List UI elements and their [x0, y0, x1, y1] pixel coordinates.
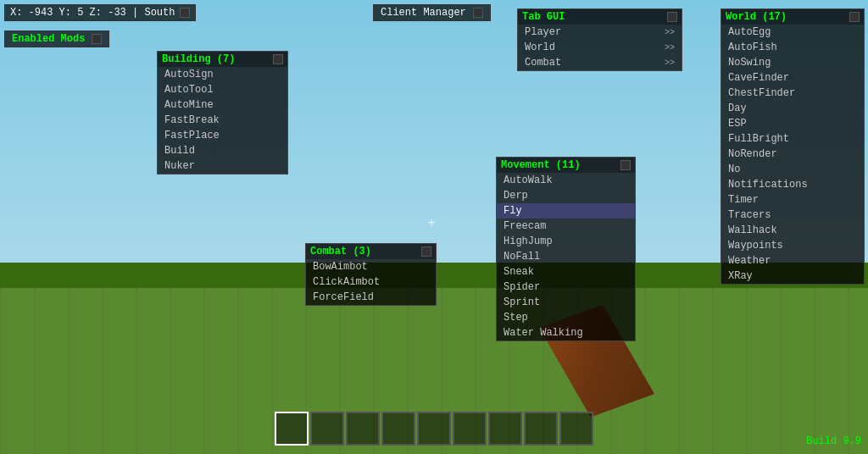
- combat-item-bowaimbot[interactable]: BowAimbot: [306, 259, 436, 274]
- building-window-title: Building (7): [162, 53, 235, 65]
- enabled-mods-bar[interactable]: Enabled Mods: [4, 30, 109, 47]
- building-item-autosign[interactable]: AutoSign: [158, 67, 287, 82]
- hotbar-slot-3[interactable]: [381, 412, 415, 446]
- combat-window-close[interactable]: [421, 246, 431, 257]
- movement-window-close[interactable]: [620, 160, 631, 170]
- combat-window-header: Combat (3): [306, 244, 436, 259]
- world-item-chestfinder[interactable]: ChestFinder: [721, 86, 864, 101]
- movement-item-highjump[interactable]: HighJump: [497, 234, 635, 249]
- build-version: Build 9.9: [806, 435, 861, 447]
- coordinates-text: X: -943 Y: 5 Z: -33 | South: [10, 7, 175, 19]
- movement-window-header: Movement (11): [497, 158, 635, 173]
- movement-item-fly[interactable]: Fly: [497, 203, 635, 219]
- world-item-esp[interactable]: ESP: [721, 116, 864, 131]
- world-item-noswing[interactable]: NoSwing: [721, 55, 864, 70]
- hotbar-slot-8[interactable]: [559, 412, 593, 446]
- tab-gui-world-label: World: [525, 42, 555, 53]
- hotbar-slot-1[interactable]: [310, 412, 344, 446]
- world-window: World (17) AutoEgg AutoFish NoSwing Cave…: [721, 8, 865, 285]
- movement-window-title: Movement (11): [501, 159, 581, 171]
- coords-checkbox[interactable]: [180, 8, 190, 18]
- building-item-build[interactable]: Build: [158, 143, 287, 158]
- world-item-wallhack[interactable]: Wallhack: [721, 223, 864, 238]
- building-item-automine[interactable]: AutoMine: [158, 97, 287, 113]
- tab-gui-combat[interactable]: Combat >>: [518, 55, 682, 70]
- world-item-day[interactable]: Day: [721, 101, 864, 116]
- tab-gui-world[interactable]: World >>: [518, 40, 682, 55]
- crosshair: +: [427, 216, 436, 231]
- hotbar-slot-2[interactable]: [346, 412, 380, 446]
- building-item-autotool[interactable]: AutoTool: [158, 82, 287, 97]
- tab-gui-player-arrow: >>: [665, 28, 675, 37]
- world-item-xray[interactable]: XRay: [721, 269, 864, 284]
- hotbar-slot-7[interactable]: [524, 412, 558, 446]
- combat-item-clickaimbot[interactable]: ClickAimbot: [306, 274, 436, 290]
- building-item-nuker[interactable]: Nuker: [158, 158, 287, 174]
- building-window-header: Building (7): [158, 52, 287, 67]
- movement-item-sprint[interactable]: Sprint: [497, 295, 635, 310]
- combat-window: Combat (3) BowAimbot ClickAimbot ForceFi…: [305, 243, 437, 306]
- building-item-fastplace[interactable]: FastPlace: [158, 128, 287, 143]
- tab-gui-combat-label: Combat: [525, 57, 561, 69]
- world-item-no[interactable]: No: [721, 162, 864, 177]
- combat-window-title: Combat (3): [310, 246, 371, 257]
- building-window: Building (7) AutoSign AutoTool AutoMine …: [157, 51, 288, 174]
- hotbar: [275, 412, 593, 446]
- hotbar-slot-5[interactable]: [453, 412, 487, 446]
- tab-gui-world-arrow: >>: [665, 43, 675, 53]
- client-manager-bar[interactable]: Client Manager: [373, 4, 491, 21]
- world-item-notifications[interactable]: Notifications: [721, 177, 864, 192]
- movement-item-derp[interactable]: Derp: [497, 188, 635, 203]
- building-window-close[interactable]: [273, 54, 283, 64]
- tab-gui-player-label: Player: [525, 26, 561, 38]
- movement-item-waterwalking[interactable]: Water Walking: [497, 325, 635, 340]
- movement-item-spider[interactable]: Spider: [497, 280, 635, 295]
- tab-gui-window-title: Tab GUI: [522, 11, 565, 23]
- movement-item-autowalk[interactable]: AutoWalk: [497, 173, 635, 188]
- world-window-header: World (17): [721, 9, 864, 25]
- world-window-title: World (17): [726, 11, 787, 23]
- world-item-norender[interactable]: NoRender: [721, 147, 864, 162]
- tab-gui-window-close[interactable]: [667, 12, 677, 22]
- enabled-mods-label: Enabled Mods: [12, 33, 85, 45]
- client-manager-checkbox[interactable]: [473, 8, 483, 18]
- enabled-mods-checkbox[interactable]: [92, 34, 102, 44]
- movement-item-sneak[interactable]: Sneak: [497, 264, 635, 280]
- hotbar-slot-0[interactable]: [275, 412, 309, 446]
- client-manager-label: Client Manager: [381, 7, 466, 19]
- combat-item-forcefield[interactable]: ForceField: [306, 290, 436, 305]
- tab-gui-combat-arrow: >>: [665, 58, 675, 68]
- world-item-weather[interactable]: Weather: [721, 253, 864, 269]
- world-item-cavefinder[interactable]: CaveFinder: [721, 70, 864, 86]
- coordinates-bar: X: -943 Y: 5 Z: -33 | South: [4, 4, 196, 21]
- tab-gui-player[interactable]: Player >>: [518, 25, 682, 40]
- hotbar-slot-6[interactable]: [488, 412, 522, 446]
- movement-item-freecam[interactable]: Freecam: [497, 219, 635, 234]
- movement-item-step[interactable]: Step: [497, 310, 635, 325]
- world-item-tracers[interactable]: Tracers: [721, 208, 864, 223]
- world-item-fullbright[interactable]: FullBright: [721, 131, 864, 147]
- movement-window: Movement (11) AutoWalk Derp Fly Freecam …: [496, 157, 636, 341]
- tab-gui-window-header: Tab GUI: [518, 9, 682, 25]
- tab-gui-window: Tab GUI Player >> World >> Combat >>: [517, 8, 682, 71]
- movement-item-nofall[interactable]: NoFall: [497, 249, 635, 264]
- world-window-close[interactable]: [849, 12, 860, 22]
- building-item-fastbreak[interactable]: FastBreak: [158, 113, 287, 128]
- world-item-autofish[interactable]: AutoFish: [721, 40, 864, 55]
- world-item-waypoints[interactable]: Waypoints: [721, 238, 864, 253]
- world-item-autoegg[interactable]: AutoEgg: [721, 25, 864, 40]
- hotbar-slot-4[interactable]: [417, 412, 451, 446]
- world-item-timer[interactable]: Timer: [721, 192, 864, 208]
